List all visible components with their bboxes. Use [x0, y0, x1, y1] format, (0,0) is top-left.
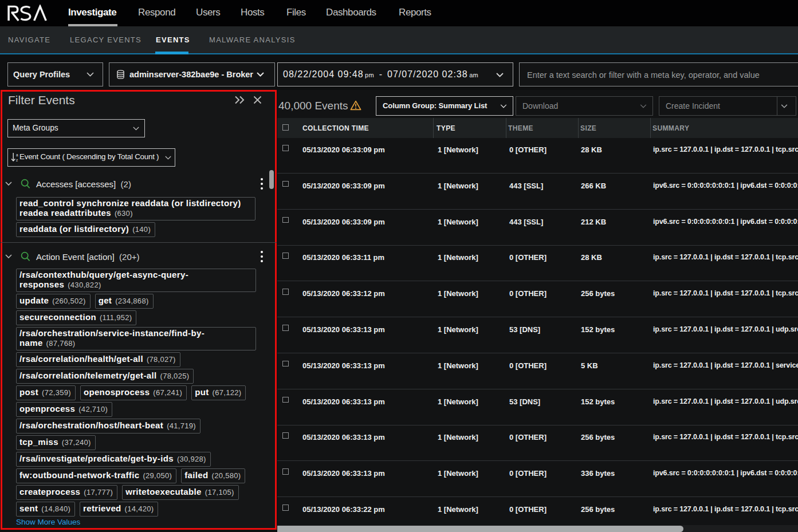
svg-text:z: z: [16, 158, 18, 162]
svg-text:a: a: [16, 153, 18, 157]
